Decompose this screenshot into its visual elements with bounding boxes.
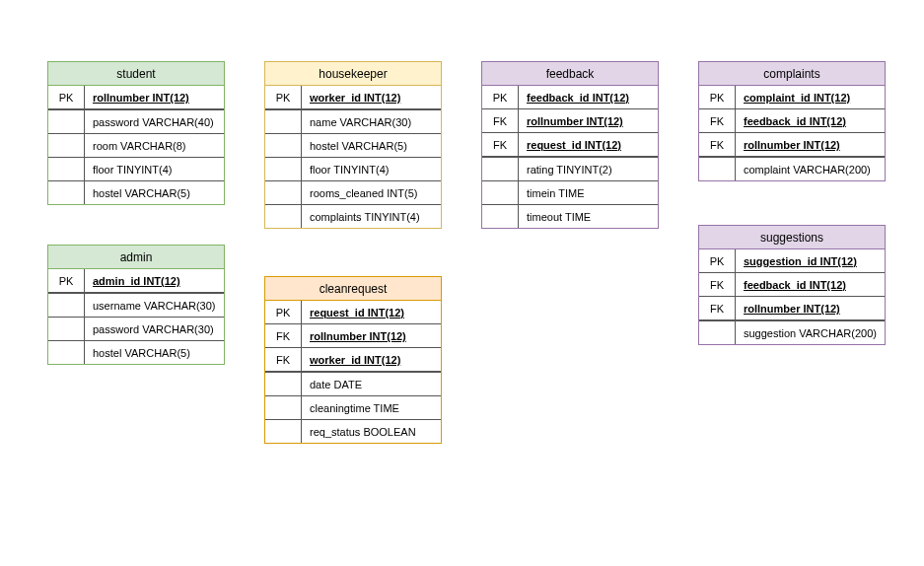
field-cell: rollnumber INT(12) (519, 109, 658, 132)
table-row: FKrollnumber INT(12) (265, 324, 441, 348)
table-row: suggestion VARCHAR(200) (699, 321, 885, 344)
entity-body: PKcomplaint_id INT(12)FKfeedback_id INT(… (699, 86, 885, 180)
key-cell (699, 321, 736, 344)
field-cell: hostel VARCHAR(5) (85, 181, 224, 204)
key-cell: FK (699, 273, 736, 296)
table-row: FKrequest_id INT(12) (482, 133, 658, 158)
entity-title: feedback (482, 62, 658, 86)
entity-admin: admin PKadmin_id INT(12)username VARCHAR… (47, 245, 225, 365)
field-cell: feedback_id INT(12) (736, 109, 885, 132)
key-cell (265, 110, 302, 133)
field-cell: password VARCHAR(40) (85, 110, 224, 133)
table-row: password VARCHAR(30) (48, 318, 224, 341)
key-cell: FK (265, 324, 302, 347)
table-row: rooms_cleaned INT(5) (265, 181, 441, 205)
field-cell: hostel VARCHAR(5) (302, 134, 441, 157)
table-row: FKfeedback_id INT(12) (699, 109, 885, 133)
entity-body: PKworker_id INT(12)name VARCHAR(30)hoste… (265, 86, 441, 228)
entity-title: admin (48, 246, 224, 269)
key-cell: PK (482, 86, 519, 108)
field-cell: date DATE (302, 373, 441, 395)
table-row: hostel VARCHAR(5) (48, 341, 224, 364)
entity-title: housekeeper (265, 62, 441, 86)
key-cell (265, 158, 302, 180)
field-cell: timein TIME (519, 181, 658, 204)
field-cell: room VARCHAR(8) (85, 134, 224, 157)
key-cell: FK (482, 133, 519, 156)
entity-suggestions: suggestions PKsuggestion_id INT(12)FKfee… (698, 225, 886, 345)
field-cell: request_id INT(12) (519, 133, 658, 156)
key-cell: FK (265, 348, 302, 371)
entity-body: PKrequest_id INT(12)FKrollnumber INT(12)… (265, 301, 441, 443)
entity-body: PKadmin_id INT(12)username VARCHAR(30)pa… (48, 269, 224, 364)
key-cell: PK (265, 86, 302, 108)
table-row: PKrequest_id INT(12) (265, 301, 441, 324)
table-row: complaints TINYINT(4) (265, 205, 441, 228)
field-cell: rollnumber INT(12) (736, 133, 885, 156)
key-cell (265, 396, 302, 419)
key-cell (265, 134, 302, 157)
entity-title: suggestions (699, 226, 885, 249)
key-cell (265, 181, 302, 204)
field-cell: suggestion VARCHAR(200) (736, 321, 885, 344)
key-cell (48, 158, 85, 180)
entity-cleanrequest: cleanrequest PKrequest_id INT(12)FKrolln… (264, 276, 442, 444)
table-row: timein TIME (482, 181, 658, 205)
key-cell (482, 158, 519, 180)
key-cell (265, 420, 302, 443)
table-row: rating TINYINT(2) (482, 158, 658, 181)
table-row: date DATE (265, 373, 441, 396)
key-cell: FK (699, 133, 736, 156)
table-row: PKfeedback_id INT(12) (482, 86, 658, 109)
table-row: FKworker_id INT(12) (265, 348, 441, 373)
table-row: FKrollnumber INT(12) (482, 109, 658, 133)
field-cell: complaints TINYINT(4) (302, 205, 441, 228)
key-cell (48, 318, 85, 340)
field-cell: worker_id INT(12) (302, 348, 441, 371)
key-cell (48, 341, 85, 364)
table-row: PKsuggestion_id INT(12) (699, 249, 885, 273)
key-cell (482, 205, 519, 228)
table-row: FKrollnumber INT(12) (699, 133, 885, 158)
key-cell (48, 110, 85, 133)
entity-title: cleanrequest (265, 277, 441, 301)
field-cell: password VARCHAR(30) (85, 318, 224, 340)
table-row: username VARCHAR(30) (48, 294, 224, 318)
field-cell: floor TINYINT(4) (302, 158, 441, 180)
field-cell: floor TINYINT(4) (85, 158, 224, 180)
field-cell: name VARCHAR(30) (302, 110, 441, 133)
entity-complaints: complaints PKcomplaint_id INT(12)FKfeedb… (698, 61, 886, 181)
key-cell: FK (482, 109, 519, 132)
table-row: FKfeedback_id INT(12) (699, 273, 885, 297)
table-row: PKrollnumber INT(12) (48, 86, 224, 110)
field-cell: rooms_cleaned INT(5) (302, 181, 441, 204)
entity-body: PKsuggestion_id INT(12)FKfeedback_id INT… (699, 249, 885, 344)
key-cell (265, 373, 302, 395)
table-row: FKrollnumber INT(12) (699, 297, 885, 321)
key-cell: PK (265, 301, 302, 323)
key-cell: FK (699, 297, 736, 319)
field-cell: request_id INT(12) (302, 301, 441, 323)
table-row: PKworker_id INT(12) (265, 86, 441, 110)
field-cell: rollnumber INT(12) (85, 86, 224, 108)
field-cell: admin_id INT(12) (85, 269, 224, 292)
key-cell: FK (699, 109, 736, 132)
key-cell (482, 181, 519, 204)
field-cell: complaint VARCHAR(200) (736, 158, 885, 180)
entity-feedback: feedback PKfeedback_id INT(12)FKrollnumb… (481, 61, 659, 229)
key-cell (48, 181, 85, 204)
table-row: req_status BOOLEAN (265, 420, 441, 443)
key-cell (48, 134, 85, 157)
field-cell: feedback_id INT(12) (736, 273, 885, 296)
field-cell: timeout TIME (519, 205, 658, 228)
field-cell: req_status BOOLEAN (302, 420, 441, 443)
field-cell: complaint_id INT(12) (736, 86, 885, 108)
key-cell: PK (48, 269, 85, 292)
entity-title: student (48, 62, 224, 86)
table-row: PKcomplaint_id INT(12) (699, 86, 885, 109)
table-row: name VARCHAR(30) (265, 110, 441, 134)
key-cell (699, 158, 736, 180)
key-cell: PK (699, 86, 736, 108)
field-cell: feedback_id INT(12) (519, 86, 658, 108)
table-row: timeout TIME (482, 205, 658, 228)
